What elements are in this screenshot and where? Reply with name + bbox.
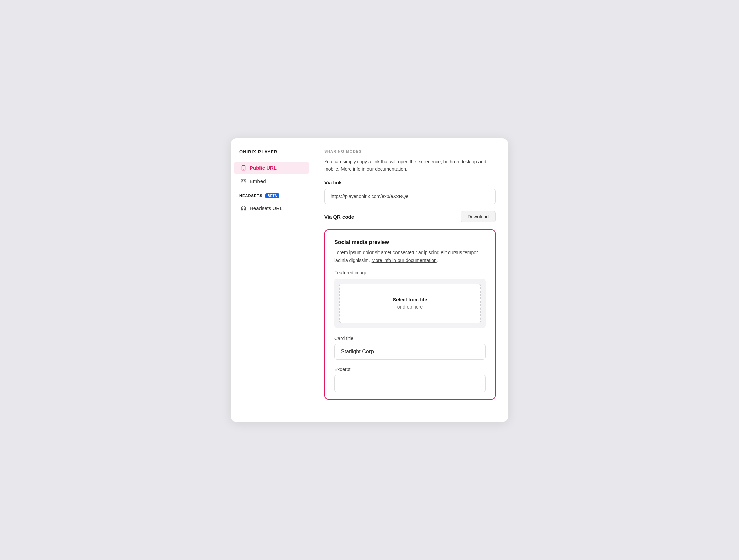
qr-row: Via QR code Download <box>324 211 496 222</box>
sidebar-item-headsets-url[interactable]: Headsets URL <box>234 202 309 214</box>
beta-badge: BETA <box>265 193 279 198</box>
drop-zone-text: or drop here <box>397 304 423 310</box>
featured-image-outer: Select from file or drop here <box>334 279 486 328</box>
card-title-input[interactable] <box>334 344 486 360</box>
card-title-label: Card title <box>334 336 486 341</box>
via-qr-label: Via QR code <box>324 214 354 220</box>
excerpt-input[interactable] <box>334 375 486 392</box>
sidebar-item-embed-label: Embed <box>250 178 266 184</box>
featured-image-label: Featured image <box>334 270 486 275</box>
social-preview-title: Social media preview <box>334 239 486 245</box>
headsets-label: HEADSETS <box>239 194 263 198</box>
excerpt-label: Excerpt <box>334 367 486 372</box>
svg-rect-2 <box>241 179 246 183</box>
download-button[interactable]: Download <box>461 211 496 222</box>
sharing-desc: You can simply copy a link that will ope… <box>324 158 496 173</box>
sidebar-item-public-url[interactable]: Public URL <box>234 162 309 174</box>
social-preview-doc-link[interactable]: More info in our documentation <box>372 258 437 263</box>
drop-zone[interactable]: Select from file or drop here <box>339 284 481 323</box>
headset-icon <box>241 205 246 211</box>
sidebar-brand: ONIRIX PLAYER <box>231 149 312 161</box>
sidebar-item-headsets-url-label: Headsets URL <box>250 205 283 211</box>
main-card: ONIRIX PLAYER Public URL Embed <box>231 138 508 422</box>
sharing-doc-link[interactable]: More info in our documentation <box>341 166 406 172</box>
headsets-section: HEADSETS BETA <box>231 193 312 201</box>
sidebar-item-embed[interactable]: Embed <box>234 175 309 187</box>
main-content: SHARING MODES You can simply copy a link… <box>312 138 508 422</box>
sidebar-item-public-url-label: Public URL <box>250 165 277 171</box>
social-preview-desc: Lorem ipsum dolor sit amet consectetur a… <box>334 249 486 264</box>
svg-rect-0 <box>242 165 245 170</box>
sharing-modes-header: SHARING MODES <box>324 149 496 153</box>
via-link-label: Via link <box>324 180 496 185</box>
sidebar: ONIRIX PLAYER Public URL Embed <box>231 138 312 422</box>
mobile-icon <box>241 165 246 171</box>
social-preview-card: Social media preview Lorem ipsum dolor s… <box>324 229 496 400</box>
url-display: https://player.onirix.com/exp/eXxRQe <box>324 189 496 204</box>
embed-icon <box>241 178 246 184</box>
drop-zone-link[interactable]: Select from file <box>347 297 473 302</box>
